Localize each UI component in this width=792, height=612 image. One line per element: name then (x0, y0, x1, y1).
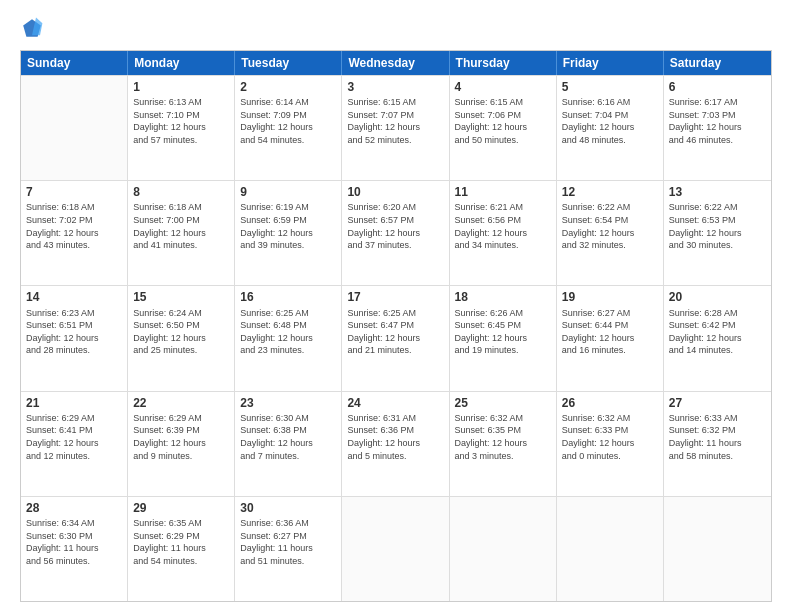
calendar-cell-30: 30Sunrise: 6:36 AM Sunset: 6:27 PM Dayli… (235, 497, 342, 601)
day-info: Sunrise: 6:15 AM Sunset: 7:07 PM Dayligh… (347, 96, 443, 146)
calendar-cell-6: 6Sunrise: 6:17 AM Sunset: 7:03 PM Daylig… (664, 76, 771, 180)
day-number: 10 (347, 184, 443, 200)
calendar-cell-25: 25Sunrise: 6:32 AM Sunset: 6:35 PM Dayli… (450, 392, 557, 496)
calendar-cell-23: 23Sunrise: 6:30 AM Sunset: 6:38 PM Dayli… (235, 392, 342, 496)
day-number: 18 (455, 289, 551, 305)
day-info: Sunrise: 6:28 AM Sunset: 6:42 PM Dayligh… (669, 307, 766, 357)
day-info: Sunrise: 6:20 AM Sunset: 6:57 PM Dayligh… (347, 201, 443, 251)
day-number: 21 (26, 395, 122, 411)
day-number: 22 (133, 395, 229, 411)
day-number: 17 (347, 289, 443, 305)
day-info: Sunrise: 6:18 AM Sunset: 7:02 PM Dayligh… (26, 201, 122, 251)
day-number: 4 (455, 79, 551, 95)
calendar-cell-empty-45 (557, 497, 664, 601)
day-info: Sunrise: 6:26 AM Sunset: 6:45 PM Dayligh… (455, 307, 551, 357)
day-number: 8 (133, 184, 229, 200)
header (20, 16, 772, 40)
calendar-cell-27: 27Sunrise: 6:33 AM Sunset: 6:32 PM Dayli… (664, 392, 771, 496)
calendar-week-2: 7Sunrise: 6:18 AM Sunset: 7:02 PM Daylig… (21, 180, 771, 285)
day-info: Sunrise: 6:32 AM Sunset: 6:33 PM Dayligh… (562, 412, 658, 462)
logo-icon (20, 16, 44, 40)
calendar-cell-empty-44 (450, 497, 557, 601)
day-info: Sunrise: 6:13 AM Sunset: 7:10 PM Dayligh… (133, 96, 229, 146)
calendar-cell-3: 3Sunrise: 6:15 AM Sunset: 7:07 PM Daylig… (342, 76, 449, 180)
day-number: 2 (240, 79, 336, 95)
day-info: Sunrise: 6:22 AM Sunset: 6:54 PM Dayligh… (562, 201, 658, 251)
day-info: Sunrise: 6:19 AM Sunset: 6:59 PM Dayligh… (240, 201, 336, 251)
calendar-cell-4: 4Sunrise: 6:15 AM Sunset: 7:06 PM Daylig… (450, 76, 557, 180)
calendar-cell-18: 18Sunrise: 6:26 AM Sunset: 6:45 PM Dayli… (450, 286, 557, 390)
day-header-monday: Monday (128, 51, 235, 75)
calendar-header: SundayMondayTuesdayWednesdayThursdayFrid… (21, 51, 771, 75)
day-number: 23 (240, 395, 336, 411)
day-number: 29 (133, 500, 229, 516)
calendar-cell-7: 7Sunrise: 6:18 AM Sunset: 7:02 PM Daylig… (21, 181, 128, 285)
day-number: 7 (26, 184, 122, 200)
day-header-friday: Friday (557, 51, 664, 75)
day-info: Sunrise: 6:21 AM Sunset: 6:56 PM Dayligh… (455, 201, 551, 251)
day-info: Sunrise: 6:31 AM Sunset: 6:36 PM Dayligh… (347, 412, 443, 462)
day-number: 12 (562, 184, 658, 200)
day-header-tuesday: Tuesday (235, 51, 342, 75)
day-number: 27 (669, 395, 766, 411)
calendar-cell-14: 14Sunrise: 6:23 AM Sunset: 6:51 PM Dayli… (21, 286, 128, 390)
day-info: Sunrise: 6:29 AM Sunset: 6:41 PM Dayligh… (26, 412, 122, 462)
day-info: Sunrise: 6:32 AM Sunset: 6:35 PM Dayligh… (455, 412, 551, 462)
day-info: Sunrise: 6:25 AM Sunset: 6:48 PM Dayligh… (240, 307, 336, 357)
day-number: 28 (26, 500, 122, 516)
day-info: Sunrise: 6:16 AM Sunset: 7:04 PM Dayligh… (562, 96, 658, 146)
calendar-cell-15: 15Sunrise: 6:24 AM Sunset: 6:50 PM Dayli… (128, 286, 235, 390)
day-info: Sunrise: 6:24 AM Sunset: 6:50 PM Dayligh… (133, 307, 229, 357)
calendar-cell-29: 29Sunrise: 6:35 AM Sunset: 6:29 PM Dayli… (128, 497, 235, 601)
day-info: Sunrise: 6:18 AM Sunset: 7:00 PM Dayligh… (133, 201, 229, 251)
calendar-week-4: 21Sunrise: 6:29 AM Sunset: 6:41 PM Dayli… (21, 391, 771, 496)
day-info: Sunrise: 6:22 AM Sunset: 6:53 PM Dayligh… (669, 201, 766, 251)
day-number: 15 (133, 289, 229, 305)
calendar-week-3: 14Sunrise: 6:23 AM Sunset: 6:51 PM Dayli… (21, 285, 771, 390)
calendar-cell-8: 8Sunrise: 6:18 AM Sunset: 7:00 PM Daylig… (128, 181, 235, 285)
day-info: Sunrise: 6:23 AM Sunset: 6:51 PM Dayligh… (26, 307, 122, 357)
calendar-cell-9: 9Sunrise: 6:19 AM Sunset: 6:59 PM Daylig… (235, 181, 342, 285)
day-number: 16 (240, 289, 336, 305)
calendar: SundayMondayTuesdayWednesdayThursdayFrid… (20, 50, 772, 602)
day-info: Sunrise: 6:15 AM Sunset: 7:06 PM Dayligh… (455, 96, 551, 146)
calendar-cell-21: 21Sunrise: 6:29 AM Sunset: 6:41 PM Dayli… (21, 392, 128, 496)
calendar-cell-13: 13Sunrise: 6:22 AM Sunset: 6:53 PM Dayli… (664, 181, 771, 285)
day-number: 19 (562, 289, 658, 305)
page: SundayMondayTuesdayWednesdayThursdayFrid… (0, 0, 792, 612)
calendar-cell-10: 10Sunrise: 6:20 AM Sunset: 6:57 PM Dayli… (342, 181, 449, 285)
calendar-cell-5: 5Sunrise: 6:16 AM Sunset: 7:04 PM Daylig… (557, 76, 664, 180)
day-header-thursday: Thursday (450, 51, 557, 75)
calendar-cell-24: 24Sunrise: 6:31 AM Sunset: 6:36 PM Dayli… (342, 392, 449, 496)
day-info: Sunrise: 6:29 AM Sunset: 6:39 PM Dayligh… (133, 412, 229, 462)
calendar-cell-empty-43 (342, 497, 449, 601)
day-info: Sunrise: 6:33 AM Sunset: 6:32 PM Dayligh… (669, 412, 766, 462)
day-number: 13 (669, 184, 766, 200)
calendar-body: 1Sunrise: 6:13 AM Sunset: 7:10 PM Daylig… (21, 75, 771, 601)
calendar-cell-11: 11Sunrise: 6:21 AM Sunset: 6:56 PM Dayli… (450, 181, 557, 285)
day-number: 14 (26, 289, 122, 305)
day-number: 9 (240, 184, 336, 200)
day-number: 25 (455, 395, 551, 411)
calendar-cell-28: 28Sunrise: 6:34 AM Sunset: 6:30 PM Dayli… (21, 497, 128, 601)
calendar-cell-20: 20Sunrise: 6:28 AM Sunset: 6:42 PM Dayli… (664, 286, 771, 390)
day-header-wednesday: Wednesday (342, 51, 449, 75)
calendar-cell-2: 2Sunrise: 6:14 AM Sunset: 7:09 PM Daylig… (235, 76, 342, 180)
day-info: Sunrise: 6:36 AM Sunset: 6:27 PM Dayligh… (240, 517, 336, 567)
day-number: 6 (669, 79, 766, 95)
day-number: 30 (240, 500, 336, 516)
day-header-sunday: Sunday (21, 51, 128, 75)
day-number: 3 (347, 79, 443, 95)
day-info: Sunrise: 6:25 AM Sunset: 6:47 PM Dayligh… (347, 307, 443, 357)
calendar-cell-1: 1Sunrise: 6:13 AM Sunset: 7:10 PM Daylig… (128, 76, 235, 180)
calendar-cell-22: 22Sunrise: 6:29 AM Sunset: 6:39 PM Dayli… (128, 392, 235, 496)
calendar-cell-empty-00 (21, 76, 128, 180)
day-number: 24 (347, 395, 443, 411)
calendar-week-1: 1Sunrise: 6:13 AM Sunset: 7:10 PM Daylig… (21, 75, 771, 180)
calendar-cell-26: 26Sunrise: 6:32 AM Sunset: 6:33 PM Dayli… (557, 392, 664, 496)
calendar-week-5: 28Sunrise: 6:34 AM Sunset: 6:30 PM Dayli… (21, 496, 771, 601)
calendar-cell-12: 12Sunrise: 6:22 AM Sunset: 6:54 PM Dayli… (557, 181, 664, 285)
calendar-cell-17: 17Sunrise: 6:25 AM Sunset: 6:47 PM Dayli… (342, 286, 449, 390)
calendar-cell-16: 16Sunrise: 6:25 AM Sunset: 6:48 PM Dayli… (235, 286, 342, 390)
calendar-cell-empty-46 (664, 497, 771, 601)
